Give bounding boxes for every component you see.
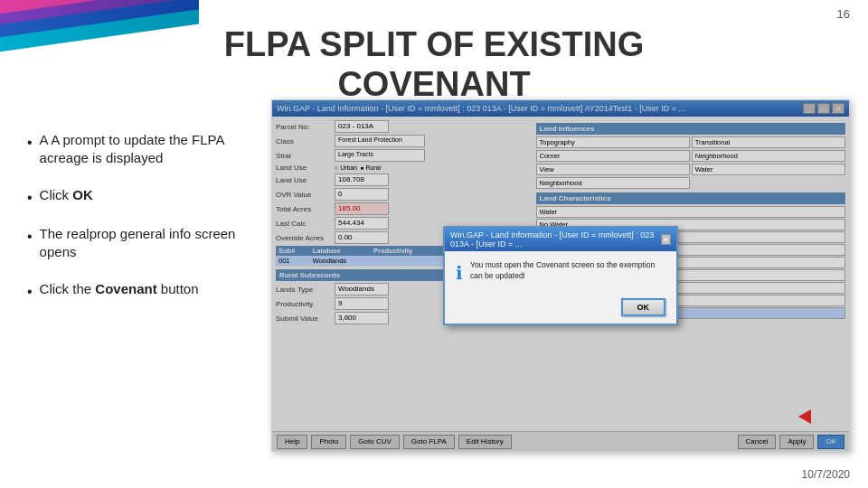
- bullet-text-2: Click OK: [40, 186, 93, 204]
- bullet-text-4: Click the Covenant button: [40, 280, 199, 298]
- title-line2: COVENANT: [0, 65, 868, 105]
- page-number: 16: [837, 7, 850, 21]
- title-line1: FLPA SPLIT OF EXISTING: [0, 25, 868, 65]
- dialog-overlay: Win.GAP - Land Information - [User ID = …: [272, 100, 849, 451]
- dialog-titlebar: Win.GAP - Land Information - [User ID = …: [445, 228, 676, 251]
- slide-title: FLPA SPLIT OF EXISTING COVENANT: [0, 25, 868, 104]
- screenshot-container: Win.GAP - Land Information - [User ID = …: [271, 99, 850, 452]
- bullet-dot-2: •: [27, 188, 33, 208]
- dialog-message-text: You must open the Covenant screen so the…: [470, 260, 665, 282]
- bullet-1-text: A prompt to update the FLPA acreage is d…: [40, 132, 224, 165]
- bullet-item-1: • A A prompt to update the FLPA acreage …: [27, 131, 271, 168]
- bullet-item-2: • Click OK: [27, 186, 271, 208]
- bullet-list: • A A prompt to update the FLPA acreage …: [27, 131, 271, 319]
- dialog-ok-button[interactable]: OK: [621, 298, 666, 316]
- bullet-text-1: A A prompt to update the FLPA acreage is…: [40, 131, 271, 168]
- dialog-title-text: Win.GAP - Land Information - [User ID = …: [450, 230, 661, 249]
- dialog-footer: OK: [445, 293, 676, 324]
- dialog-close-button[interactable]: ✕: [661, 234, 671, 245]
- covenant-bold: Covenant: [95, 281, 156, 296]
- bullet-dot-3: •: [27, 227, 33, 247]
- ok-bold: OK: [72, 187, 93, 202]
- wingap-window: Win.GAP - Land Information - [User ID = …: [272, 100, 849, 451]
- dialog-box: Win.GAP - Land Information - [User ID = …: [443, 226, 678, 325]
- info-icon: ℹ: [456, 262, 463, 284]
- slide-date: 10/7/2020: [802, 468, 850, 481]
- bullet-item-3: • The realprop general info screen opens: [27, 225, 271, 262]
- cursor-arrow-indicator: [798, 409, 811, 424]
- dialog-body: ℹ You must open the Covenant screen so t…: [445, 251, 676, 293]
- bullet-item-4: • Click the Covenant button: [27, 280, 271, 302]
- bullet-text-3: The realprop general info screen opens: [40, 225, 271, 262]
- bullet-dot-4: •: [27, 282, 33, 302]
- bullet-dot-1: •: [27, 133, 33, 153]
